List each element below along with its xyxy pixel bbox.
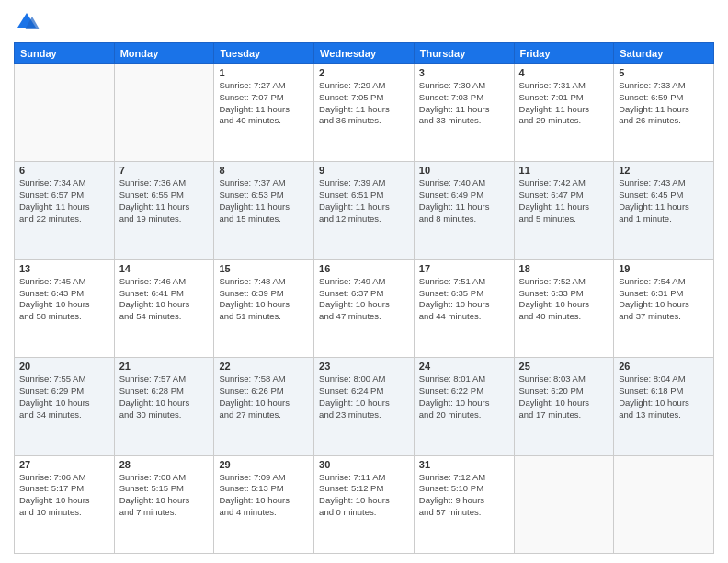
day-number: 29	[219, 459, 309, 470]
calendar-cell: 31Sunrise: 7:12 AM Sunset: 5:10 PM Dayli…	[414, 455, 514, 553]
day-number: 4	[519, 67, 609, 78]
calendar-cell: 7Sunrise: 7:36 AM Sunset: 6:55 PM Daylig…	[114, 162, 214, 259]
calendar-cell: 21Sunrise: 7:57 AM Sunset: 6:28 PM Dayli…	[114, 358, 214, 455]
day-info: Sunrise: 7:49 AM Sunset: 6:37 PM Dayligh…	[319, 276, 409, 323]
day-info: Sunrise: 7:34 AM Sunset: 6:57 PM Dayligh…	[19, 178, 109, 224]
calendar-cell	[114, 64, 214, 162]
calendar-cell: 14Sunrise: 7:46 AM Sunset: 6:41 PM Dayli…	[114, 259, 214, 357]
day-number: 7	[119, 165, 210, 176]
calendar-cell: 16Sunrise: 7:49 AM Sunset: 6:37 PM Dayli…	[314, 259, 415, 357]
day-number: 27	[19, 459, 109, 470]
calendar-week-row: 1Sunrise: 7:27 AM Sunset: 7:07 PM Daylig…	[15, 64, 714, 162]
calendar-cell: 11Sunrise: 7:42 AM Sunset: 6:47 PM Dayli…	[514, 162, 614, 259]
weekday-header: Monday	[114, 43, 214, 64]
day-info: Sunrise: 7:37 AM Sunset: 6:53 PM Dayligh…	[219, 178, 309, 224]
weekday-header: Friday	[514, 43, 614, 64]
day-info: Sunrise: 7:12 AM Sunset: 5:10 PM Dayligh…	[419, 472, 509, 519]
day-info: Sunrise: 8:01 AM Sunset: 6:22 PM Dayligh…	[419, 373, 509, 420]
day-info: Sunrise: 7:39 AM Sunset: 6:51 PM Dayligh…	[319, 178, 409, 224]
day-info: Sunrise: 7:51 AM Sunset: 6:35 PM Dayligh…	[419, 276, 509, 323]
day-number: 21	[119, 361, 210, 372]
day-info: Sunrise: 7:09 AM Sunset: 5:13 PM Dayligh…	[219, 472, 309, 519]
calendar-cell: 24Sunrise: 8:01 AM Sunset: 6:22 PM Dayli…	[414, 358, 514, 455]
calendar-cell: 20Sunrise: 7:55 AM Sunset: 6:29 PM Dayli…	[15, 358, 115, 455]
day-info: Sunrise: 7:27 AM Sunset: 7:07 PM Dayligh…	[219, 80, 309, 127]
day-number: 24	[419, 361, 509, 372]
calendar-header-row: SundayMondayTuesdayWednesdayThursdayFrid…	[15, 43, 714, 64]
day-info: Sunrise: 7:11 AM Sunset: 5:12 PM Dayligh…	[319, 472, 409, 519]
day-info: Sunrise: 7:06 AM Sunset: 5:17 PM Dayligh…	[19, 472, 109, 519]
calendar-cell: 10Sunrise: 7:40 AM Sunset: 6:49 PM Dayli…	[414, 162, 514, 259]
calendar-cell: 13Sunrise: 7:45 AM Sunset: 6:43 PM Dayli…	[15, 259, 115, 357]
calendar-cell: 27Sunrise: 7:06 AM Sunset: 5:17 PM Dayli…	[15, 455, 115, 553]
day-number: 13	[19, 263, 109, 274]
calendar-cell: 3Sunrise: 7:30 AM Sunset: 7:03 PM Daylig…	[414, 64, 514, 162]
day-number: 28	[119, 459, 210, 470]
day-number: 3	[419, 67, 509, 78]
calendar-cell: 8Sunrise: 7:37 AM Sunset: 6:53 PM Daylig…	[214, 162, 314, 259]
day-number: 11	[519, 165, 609, 176]
day-number: 20	[19, 361, 109, 372]
calendar-cell: 2Sunrise: 7:29 AM Sunset: 7:05 PM Daylig…	[314, 64, 415, 162]
day-info: Sunrise: 7:43 AM Sunset: 6:45 PM Dayligh…	[619, 178, 709, 224]
calendar-cell: 29Sunrise: 7:09 AM Sunset: 5:13 PM Dayli…	[214, 455, 314, 553]
logo	[14, 9, 43, 35]
calendar-cell	[514, 455, 614, 553]
day-number: 16	[319, 263, 409, 274]
day-info: Sunrise: 7:46 AM Sunset: 6:41 PM Dayligh…	[119, 276, 210, 323]
calendar-cell: 26Sunrise: 8:04 AM Sunset: 6:18 PM Dayli…	[614, 358, 714, 455]
day-number: 8	[219, 165, 309, 176]
day-number: 12	[619, 165, 709, 176]
day-number: 2	[319, 67, 409, 78]
day-info: Sunrise: 7:58 AM Sunset: 6:26 PM Dayligh…	[219, 373, 309, 420]
weekday-header: Wednesday	[314, 43, 415, 64]
day-info: Sunrise: 7:08 AM Sunset: 5:15 PM Dayligh…	[119, 472, 210, 519]
day-info: Sunrise: 7:42 AM Sunset: 6:47 PM Dayligh…	[519, 178, 609, 224]
calendar-cell: 4Sunrise: 7:31 AM Sunset: 7:01 PM Daylig…	[514, 64, 614, 162]
day-info: Sunrise: 7:48 AM Sunset: 6:39 PM Dayligh…	[219, 276, 309, 323]
calendar-cell: 5Sunrise: 7:33 AM Sunset: 6:59 PM Daylig…	[614, 64, 714, 162]
calendar-week-row: 13Sunrise: 7:45 AM Sunset: 6:43 PM Dayli…	[15, 259, 714, 357]
day-info: Sunrise: 8:03 AM Sunset: 6:20 PM Dayligh…	[519, 373, 609, 420]
weekday-header: Saturday	[614, 43, 714, 64]
day-number: 15	[219, 263, 309, 274]
calendar-cell: 30Sunrise: 7:11 AM Sunset: 5:12 PM Dayli…	[314, 455, 415, 553]
day-info: Sunrise: 7:29 AM Sunset: 7:05 PM Dayligh…	[319, 80, 409, 127]
day-number: 30	[319, 459, 409, 470]
day-info: Sunrise: 7:30 AM Sunset: 7:03 PM Dayligh…	[419, 80, 509, 127]
calendar-cell: 15Sunrise: 7:48 AM Sunset: 6:39 PM Dayli…	[214, 259, 314, 357]
calendar-cell	[15, 64, 115, 162]
day-info: Sunrise: 7:54 AM Sunset: 6:31 PM Dayligh…	[619, 276, 709, 323]
calendar-cell	[614, 455, 714, 553]
calendar-cell: 6Sunrise: 7:34 AM Sunset: 6:57 PM Daylig…	[15, 162, 115, 259]
day-number: 9	[319, 165, 409, 176]
day-number: 19	[619, 263, 709, 274]
day-info: Sunrise: 7:45 AM Sunset: 6:43 PM Dayligh…	[19, 276, 109, 323]
calendar-cell: 9Sunrise: 7:39 AM Sunset: 6:51 PM Daylig…	[314, 162, 415, 259]
day-number: 1	[219, 67, 309, 78]
page: SundayMondayTuesdayWednesdayThursdayFrid…	[0, 0, 728, 563]
day-number: 6	[19, 165, 109, 176]
day-number: 25	[519, 361, 609, 372]
day-number: 17	[419, 263, 509, 274]
day-info: Sunrise: 8:00 AM Sunset: 6:24 PM Dayligh…	[319, 373, 409, 420]
day-info: Sunrise: 8:04 AM Sunset: 6:18 PM Dayligh…	[619, 373, 709, 420]
weekday-header: Sunday	[15, 43, 115, 64]
calendar-cell: 17Sunrise: 7:51 AM Sunset: 6:35 PM Dayli…	[414, 259, 514, 357]
calendar-cell: 25Sunrise: 8:03 AM Sunset: 6:20 PM Dayli…	[514, 358, 614, 455]
calendar-cell: 18Sunrise: 7:52 AM Sunset: 6:33 PM Dayli…	[514, 259, 614, 357]
calendar-cell: 19Sunrise: 7:54 AM Sunset: 6:31 PM Dayli…	[614, 259, 714, 357]
day-number: 5	[619, 67, 709, 78]
day-number: 22	[219, 361, 309, 372]
calendar-cell: 12Sunrise: 7:43 AM Sunset: 6:45 PM Dayli…	[614, 162, 714, 259]
day-info: Sunrise: 7:33 AM Sunset: 6:59 PM Dayligh…	[619, 80, 709, 127]
logo-icon	[14, 9, 40, 35]
calendar-week-row: 20Sunrise: 7:55 AM Sunset: 6:29 PM Dayli…	[15, 358, 714, 455]
day-number: 18	[519, 263, 609, 274]
calendar-cell: 22Sunrise: 7:58 AM Sunset: 6:26 PM Dayli…	[214, 358, 314, 455]
day-info: Sunrise: 7:52 AM Sunset: 6:33 PM Dayligh…	[519, 276, 609, 323]
calendar-cell: 1Sunrise: 7:27 AM Sunset: 7:07 PM Daylig…	[214, 64, 314, 162]
day-number: 14	[119, 263, 210, 274]
day-info: Sunrise: 7:55 AM Sunset: 6:29 PM Dayligh…	[19, 373, 109, 420]
day-number: 10	[419, 165, 509, 176]
